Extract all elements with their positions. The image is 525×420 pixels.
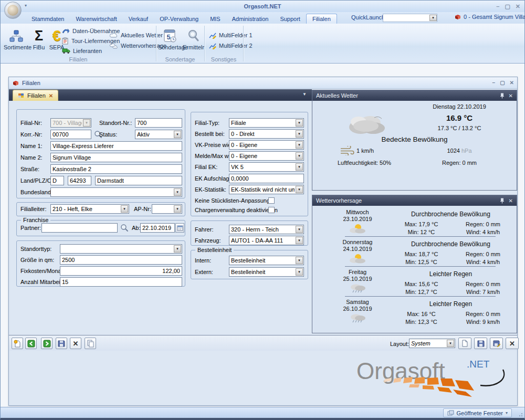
korr-nr-input[interactable] bbox=[50, 130, 91, 139]
open-windows-button[interactable]: Geöffnete Fenster ▾ bbox=[443, 408, 512, 417]
stuecklisten-checkbox[interactable] bbox=[268, 197, 275, 204]
ek-statistik-combobox[interactable]: EK-Statistik wird nicht umgelagert▼ bbox=[229, 185, 304, 194]
child-close-button[interactable]: ✕ bbox=[510, 80, 514, 86]
standorttyp-combobox[interactable]: ▼ bbox=[60, 244, 182, 254]
name2-input[interactable] bbox=[50, 153, 182, 162]
groesse-input[interactable] bbox=[60, 255, 182, 265]
close-button[interactable]: ✕ bbox=[516, 3, 520, 10]
app-orb-icon[interactable] bbox=[4, 2, 22, 19]
ek-aufschlag-input[interactable] bbox=[229, 174, 304, 183]
sun-cloud-icon bbox=[349, 223, 366, 234]
quick-access-caret-icon[interactable]: ▾ bbox=[25, 3, 27, 8]
search-icon[interactable] bbox=[120, 224, 129, 232]
filial-ek-combobox[interactable]: VK 5▼ bbox=[229, 162, 304, 172]
child-maximize-button[interactable]: ▢ bbox=[500, 80, 505, 86]
partner-input[interactable] bbox=[41, 223, 118, 233]
melde-max-combobox[interactable]: 0 - Eigene▼ bbox=[229, 151, 304, 161]
extern-combobox[interactable]: Bestelleinheit▼ bbox=[229, 267, 304, 277]
chevron-down-icon: ▼ bbox=[174, 188, 181, 196]
multifelder2-button[interactable]: MultiFelder 2 bbox=[209, 41, 253, 50]
layout-save-as-button[interactable] bbox=[490, 338, 503, 349]
plz-input[interactable] bbox=[68, 176, 91, 185]
resize-grip[interactable] bbox=[516, 410, 522, 416]
sigma-icon: Σ bbox=[35, 28, 43, 43]
save-record-button[interactable] bbox=[56, 338, 67, 349]
fahrzeug-combobox[interactable]: AUTO1 - DA-AA 111▼ bbox=[229, 236, 304, 245]
strasse-input[interactable] bbox=[50, 164, 182, 174]
company-selector[interactable]: 0 - Gesamt Signum Village ▾ bbox=[454, 14, 525, 20]
wettervorhersage-panel-title[interactable]: Wettervorhersage ✕ bbox=[312, 195, 517, 206]
tab-close-icon[interactable]: ✕ bbox=[49, 93, 53, 99]
filial-typ-combobox[interactable]: Filiale▼ bbox=[229, 118, 304, 128]
previous-record-button[interactable] bbox=[25, 338, 37, 349]
floppy-icon bbox=[58, 340, 65, 347]
panel-close-icon[interactable]: ✕ bbox=[509, 198, 513, 204]
sortimente-button[interactable]: Sortimente bbox=[4, 25, 29, 59]
ort-input[interactable] bbox=[95, 176, 182, 185]
vk-preise-combobox[interactable]: 0 - Eigene▼ bbox=[229, 140, 304, 150]
tab-warenwirtschaft[interactable]: Warenwirtschaft bbox=[70, 14, 122, 24]
filial-nr-combobox[interactable]: 700 - Village-Expr▼ bbox=[50, 118, 91, 128]
bundesland-combobox[interactable]: ▼ bbox=[50, 187, 182, 197]
chevron-down-icon: ▼ bbox=[296, 257, 303, 264]
euro-icon: € bbox=[52, 28, 61, 43]
tabstrip-dropdown-icon[interactable]: ▼ bbox=[302, 92, 307, 97]
windows-icon bbox=[447, 410, 454, 416]
ab-date-input[interactable] bbox=[140, 223, 175, 233]
ermitteln-button[interactable]: Ermitteln bbox=[183, 25, 204, 59]
layout-combobox[interactable]: System▼ bbox=[409, 339, 455, 348]
chargen-checkbox-label: Chargenverwaltung deaktivieren bbox=[195, 205, 278, 215]
filialen-window-titlebar[interactable]: Filialen – ▢ ✕ bbox=[9, 77, 517, 89]
layout-save-button[interactable] bbox=[474, 338, 487, 349]
aktuelles-wetter-button[interactable]: Aktuelles Wetter bbox=[110, 30, 163, 40]
bestellt-bei-combobox[interactable]: 0 - Direkt▼ bbox=[229, 129, 304, 139]
tab-support[interactable]: Support bbox=[274, 14, 306, 24]
copy-record-button[interactable] bbox=[85, 338, 96, 349]
tab-administration[interactable]: Administration bbox=[226, 14, 275, 24]
pin-icon[interactable] bbox=[500, 93, 505, 99]
fahrer-combobox[interactable]: 320 - Herrn - Teich▼ bbox=[229, 225, 304, 234]
mitarbeiter-input[interactable] bbox=[60, 277, 182, 287]
filialleiter-combobox[interactable]: 210 - Heft, Elke▼ bbox=[50, 204, 129, 214]
chevron-down-icon[interactable]: ▼ bbox=[429, 15, 437, 21]
document-tab-filialen[interactable]: Filialen ✕ bbox=[13, 90, 58, 101]
calendar-button[interactable] bbox=[175, 223, 184, 233]
name1-input[interactable] bbox=[50, 141, 182, 151]
fixkosten-input[interactable] bbox=[60, 266, 182, 276]
layout-delete-button[interactable]: ✕ bbox=[506, 338, 519, 349]
tab-verkauf[interactable]: Verkauf bbox=[123, 14, 154, 24]
quicklaunch-combobox[interactable]: ▼ bbox=[383, 14, 437, 22]
aktuelles-wetter-panel-title[interactable]: Aktuelles Wetter ✕ bbox=[312, 90, 517, 101]
tab-mis[interactable]: MIS bbox=[204, 14, 226, 24]
intern-combobox[interactable]: Bestelleinheit▼ bbox=[229, 256, 304, 265]
ap-nr-combobox[interactable]: ▼ bbox=[152, 204, 182, 214]
tab-op-verwaltung[interactable]: OP-Verwaltung bbox=[154, 14, 204, 24]
layout-new-button[interactable] bbox=[458, 338, 471, 349]
chevron-down-icon: ▾ bbox=[506, 411, 508, 415]
weather-minmax: 17.3 °C / 13.2 °C bbox=[402, 125, 517, 131]
new-record-button[interactable] bbox=[12, 338, 23, 349]
delete-record-button[interactable]: ✕ bbox=[70, 338, 81, 349]
tab-filialen[interactable]: Filialen bbox=[306, 14, 337, 24]
panel-close-icon[interactable]: ✕ bbox=[509, 93, 513, 99]
next-record-button[interactable] bbox=[41, 338, 52, 349]
chargen-checkbox[interactable] bbox=[268, 207, 275, 213]
forecast-condition: Leichter Regen bbox=[391, 270, 510, 278]
status-combobox[interactable]: Aktiv▼ bbox=[135, 130, 182, 139]
weather-rain: Regen: 0 mm bbox=[412, 160, 507, 166]
sondertage-button[interactable]: 5 Sondertage bbox=[158, 25, 182, 59]
multifelder1-button[interactable]: MultiFelder 1 bbox=[209, 30, 253, 40]
child-minimize-button[interactable]: – bbox=[492, 80, 496, 86]
land-input[interactable] bbox=[50, 176, 64, 185]
ribbon-tab-row: Stammdaten Warenwirtschaft Verkauf OP-Ve… bbox=[1, 12, 524, 24]
lieferanten-button[interactable]: Lieferanten bbox=[62, 46, 102, 56]
tab-stammdaten[interactable]: Stammdaten bbox=[26, 14, 70, 24]
vk-preise-label: VK-Preise wie: bbox=[195, 140, 233, 150]
franchise-legend: Franchise bbox=[21, 217, 50, 223]
wind-icon bbox=[340, 146, 354, 155]
minimize-button[interactable]: – bbox=[496, 3, 499, 9]
maximize-button[interactable]: ▢ bbox=[505, 3, 510, 10]
pin-icon[interactable] bbox=[500, 198, 505, 204]
fibu-button[interactable]: Σ FiBu bbox=[30, 25, 48, 59]
standort-nr-input[interactable] bbox=[135, 118, 182, 128]
